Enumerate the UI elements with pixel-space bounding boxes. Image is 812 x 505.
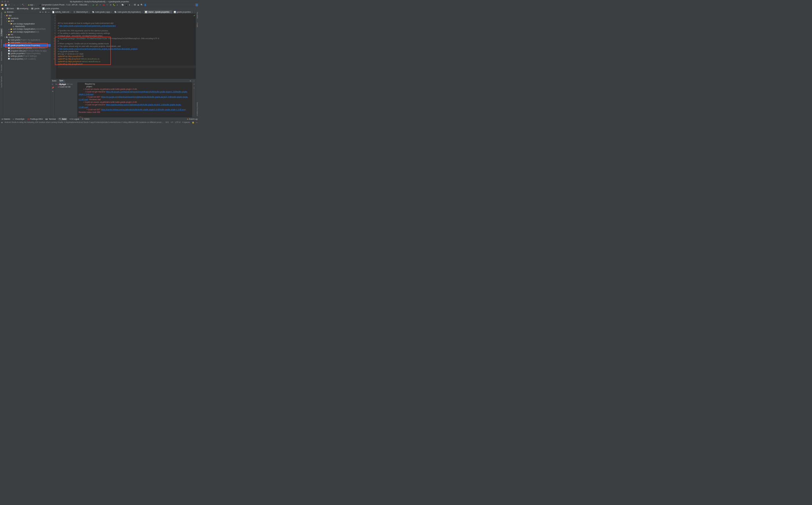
close-icon[interactable]: ×: [170, 11, 171, 13]
tree-node[interactable]: 📊gradle.properties (Global Properties): [3, 44, 51, 47]
toolwindow-toggle-icon[interactable]: ▣: [1, 121, 3, 123]
search-icon[interactable]: 🔍: [140, 3, 143, 6]
restart-icon[interactable]: ⟳: [52, 83, 53, 85]
editor[interactable]: 123456789101112131415161718 ## For more …: [51, 14, 196, 79]
project-view-selector[interactable]: Android: [7, 11, 14, 13]
forward-icon[interactable]: →: [16, 3, 19, 6]
hide-icon[interactable]: —: [193, 79, 194, 81]
tree-node[interactable]: 🐘build.gradle (Project: My Application): [3, 39, 51, 41]
project-tool[interactable]: 1: Project: [0, 28, 3, 37]
tree-node[interactable]: 📁res: [3, 33, 51, 36]
resource-manager-icon[interactable]: 🖼: [133, 3, 136, 6]
bottom-tool-6-logcat[interactable]: ≡6: Logcat: [70, 118, 79, 120]
breadcrumb-item[interactable]: 🏠: [1, 7, 7, 9]
breadcrumb-item[interactable]: .gradle: [31, 7, 42, 9]
tree-node[interactable]: 📁java: [3, 20, 51, 22]
editor-tab[interactable]: 🐘build.gradle (:app)×: [91, 10, 113, 14]
bottom-tool-todo[interactable]: ☰TODO: [82, 118, 90, 120]
tree-node[interactable]: 🐘Gradle Scripts: [3, 36, 51, 39]
sync-gradle-icon[interactable]: 🐘: [121, 3, 124, 6]
hide-icon[interactable]: —: [48, 11, 49, 13]
memory-indicator[interactable]: ▭: [196, 121, 198, 123]
build-event-tree[interactable]: ▼ ● MyAppl 457 ms ● Could not GE: [55, 82, 78, 117]
user-icon[interactable]: 👤: [195, 3, 198, 6]
project-tree[interactable]: 📦app📁manifests📁java📁com.toolapp.myapplic…: [3, 14, 51, 118]
tree-node[interactable]: 🐘build.gradle (Module: app): [3, 41, 51, 44]
tree-node[interactable]: 📁com.toolapp.myapplication (test): [3, 30, 51, 33]
close-icon[interactable]: ×: [70, 11, 71, 13]
event-log-tool[interactable]: ⊘ Event Log: [187, 118, 198, 120]
build-tab-sync[interactable]: Sync ×: [59, 79, 65, 82]
editor-tab[interactable]: 🐘build.gradle (My Application)×: [113, 10, 144, 14]
favorites-tool[interactable]: 2: Favorites: [0, 38, 3, 49]
sync-icon[interactable]: ⟳: [8, 3, 11, 6]
make-icon[interactable]: 🔨: [22, 3, 24, 6]
run-icon[interactable]: ▶: [92, 3, 95, 6]
caret-position[interactable]: 18:1: [165, 121, 169, 123]
sdk-manager-icon[interactable]: ⬇: [128, 3, 131, 6]
bottom-tool-statistic[interactable]: ◔Statistic: [1, 118, 10, 120]
editor-tab[interactable]: 📄activity_main.xml×: [51, 10, 72, 14]
indent[interactable]: 4 spaces: [182, 121, 190, 123]
layout-captures-tool[interactable]: Layout Captures: [0, 75, 3, 89]
device-selector[interactable]: 📱 Genymotion Custom Phone - 7.1.0 - API …: [38, 3, 90, 6]
soft-wrap-icon[interactable]: ⤶: [193, 83, 195, 85]
apply-code-changes-icon[interactable]: ≡: [99, 3, 102, 6]
close-icon[interactable]: ×: [142, 11, 143, 13]
line-ending[interactable]: LF: [171, 121, 173, 123]
editor-tab[interactable]: 📊gradle.properties×: [173, 10, 194, 14]
settings-icon[interactable]: ⚙: [45, 11, 47, 13]
apply-changes-icon[interactable]: ⚡: [95, 3, 98, 6]
bottom-tool-terminal[interactable]: ⌨Terminal: [45, 118, 55, 120]
stop-icon[interactable]: ■: [116, 3, 119, 6]
resource-manager-tool[interactable]: Resource Manager: [0, 11, 3, 26]
close-icon[interactable]: ×: [64, 80, 65, 81]
editor-tab[interactable]: ⓀMainActivity.kt×: [72, 10, 91, 14]
tree-node[interactable]: 📁com.toolapp.myapplication (androidTest): [3, 28, 51, 30]
tree-node[interactable]: 📦app: [3, 14, 51, 17]
breadcrumb-item[interactable]: anweiyang: [17, 7, 31, 9]
view-icon[interactable]: 👁: [52, 91, 53, 93]
close-icon[interactable]: ×: [89, 11, 90, 13]
build-output[interactable]: Required by: project : > Could not resol…: [78, 82, 192, 117]
tree-node[interactable]: 📊gradle-wrapper.properties (Gradle Versi…: [3, 47, 51, 49]
breadcrumb-item[interactable]: Users: [7, 7, 17, 9]
gradle-tool[interactable]: Gradle: [196, 21, 198, 28]
open-icon[interactable]: 📂: [1, 3, 4, 6]
back-icon[interactable]: ←: [13, 3, 16, 6]
tree-node[interactable]: 📄proguard-rules.pro (ProGuard Rules for …: [3, 49, 51, 52]
debug-icon[interactable]: 🐞: [102, 3, 105, 6]
bottom-tool-checkstyle[interactable]: ✓CheckStyle: [13, 118, 24, 120]
target-icon[interactable]: ⊕: [39, 11, 41, 13]
tree-node[interactable]: 🐘settings.gradle (Project Settings): [3, 55, 51, 57]
bottom-tool-build[interactable]: 🔨Build: [58, 118, 67, 120]
structure-tool[interactable]: 7: Structure: [0, 63, 3, 74]
avd-manager-icon[interactable]: 📱: [125, 3, 128, 6]
close-icon[interactable]: ×: [111, 11, 112, 13]
save-icon[interactable]: 💾: [4, 3, 7, 6]
gear-icon[interactable]: ⚙: [189, 79, 191, 81]
breadcrumb-item[interactable]: 📊 gradle.properties: [42, 7, 61, 9]
build-variants-tool[interactable]: Build Variants: [0, 50, 3, 62]
tree-node[interactable]: 📊local.properties (SDK Location): [3, 57, 51, 60]
tree-node[interactable]: 📊gradle.properties (Project Properties): [3, 52, 51, 55]
module-selector[interactable]: ▦ app: [27, 3, 36, 6]
tree-node[interactable]: ⓀMainActivity: [3, 25, 51, 28]
plantuml-tool[interactable]: PlantUML: [196, 11, 198, 20]
code-area[interactable]: ## For more details on how to configure …: [56, 14, 196, 79]
attach-debugger-icon[interactable]: 🐛: [113, 3, 116, 6]
pin-icon[interactable]: 📌: [51, 87, 54, 89]
help-icon[interactable]: 👤: [144, 3, 147, 6]
scroll-end-icon[interactable]: ⤓: [193, 87, 195, 89]
lock-icon[interactable]: 🔒: [192, 121, 194, 123]
editor-tab[interactable]: 📊Users/.../gradle.properties×: [144, 10, 172, 14]
collapse-icon[interactable]: ⇔: [42, 11, 43, 13]
device-file-explorer-tool[interactable]: Device File Explorer: [196, 101, 198, 118]
tree-node[interactable]: 📁manifests: [3, 17, 51, 20]
coverage-icon[interactable]: 🛡: [106, 3, 109, 6]
bottom-tool-findbugs-idea[interactable]: 🐞FindBugs-IDEA: [27, 118, 43, 120]
tree-node[interactable]: 📁com.toolapp.myapplication: [3, 22, 51, 25]
encoding[interactable]: UTF-8: [175, 121, 180, 123]
close-icon[interactable]: ×: [191, 11, 192, 13]
profile-icon[interactable]: ◔: [109, 3, 112, 6]
